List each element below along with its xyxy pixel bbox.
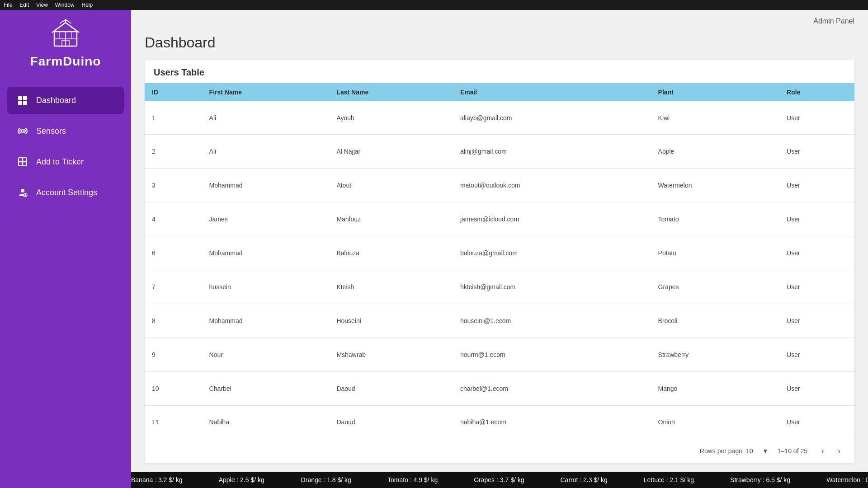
svg-point-16 bbox=[21, 189, 24, 192]
cell-plant: Kiwi bbox=[651, 101, 780, 135]
sidebar-item-account-settings[interactable]: Account Settings bbox=[7, 179, 124, 206]
cell-first: Ali bbox=[202, 135, 330, 169]
account-settings-icon bbox=[16, 186, 29, 199]
cell-plant: Strawberry bbox=[651, 338, 780, 371]
table-row[interactable]: 6MohammadBalouzabalouza@gmail.comPotatoU… bbox=[145, 236, 854, 270]
cell-plant: Potato bbox=[651, 236, 780, 270]
logo-text: FarmDuino bbox=[30, 54, 101, 69]
table-row[interactable]: 3MohammadAtoutmatout@outlook.comWatermel… bbox=[145, 169, 854, 202]
table-row[interactable]: 10CharbelDaoudcharbel@1.ecomMangoUser bbox=[145, 371, 854, 405]
cell-last: Ayoub bbox=[329, 101, 453, 135]
cell-plant: Mango bbox=[651, 371, 780, 405]
users-table: ID First Name Last Name Email Plant Role… bbox=[145, 83, 854, 439]
sidebar: FarmDuino Dashboard bbox=[0, 10, 131, 488]
pagination-nav: ‹ › bbox=[816, 445, 845, 457]
cell-first: Nabiha bbox=[202, 405, 330, 439]
rows-per-page: Rows per page 10 25 50 ▼ bbox=[700, 447, 769, 455]
sidebar-item-add-ticker[interactable]: Add to Ticker bbox=[7, 148, 124, 175]
cell-first: Mohammad bbox=[202, 169, 330, 202]
rows-per-page-label: Rows per page bbox=[700, 447, 742, 455]
ticker-item: Lettuce : 2.1 $/ kg bbox=[644, 476, 694, 483]
ticker-track: Banana : 3.2 $/ kgApple : 2.5 $/ kgOrang… bbox=[131, 476, 868, 483]
content-body: Dashboard Users Table ID First Name Last… bbox=[131, 25, 868, 472]
nav-items: Dashboard Sensors bbox=[0, 87, 131, 206]
ticker-item: Watermelon : 0.8 $/ kg bbox=[826, 476, 868, 483]
sidebar-label-add-ticker: Add to Ticker bbox=[36, 157, 84, 167]
next-page-button[interactable]: › bbox=[833, 445, 845, 457]
cell-first: James bbox=[202, 202, 330, 236]
cell-id: 9 bbox=[145, 338, 202, 371]
col-plant: Plant bbox=[651, 83, 780, 101]
sensors-icon bbox=[16, 125, 29, 137]
logo-area: FarmDuino bbox=[30, 19, 101, 69]
ticker-item: Grapes : 3.7 $/ kg bbox=[474, 476, 524, 483]
prev-page-button[interactable]: ‹ bbox=[816, 445, 829, 457]
cell-first: Ali bbox=[202, 101, 330, 135]
cell-id: 8 bbox=[145, 304, 202, 338]
cell-email: nabiha@1.ecom bbox=[453, 405, 651, 439]
cell-role: User bbox=[779, 202, 854, 236]
sidebar-item-dashboard[interactable]: Dashboard bbox=[7, 87, 124, 114]
cell-last: Atout bbox=[329, 169, 453, 202]
ticker-item: Carrot : 2.3 $/ kg bbox=[561, 476, 608, 483]
content-area: Admin Panel Dashboard Users Table ID Fir… bbox=[131, 10, 868, 488]
page-title: Dashboard bbox=[145, 34, 854, 51]
cell-id: 11 bbox=[145, 405, 202, 439]
col-role: Role bbox=[779, 83, 854, 101]
table-footer: Rows per page 10 25 50 ▼ 1–10 of 25 ‹ bbox=[145, 439, 854, 463]
cell-plant: Watermelon bbox=[651, 169, 780, 202]
menu-bar: File Edit View Window Help bbox=[0, 0, 868, 10]
cell-role: User bbox=[779, 405, 854, 439]
cell-plant: Apple bbox=[651, 135, 780, 169]
cell-last: Kteish bbox=[329, 270, 453, 304]
table-section: Users Table ID First Name Last Name Emai… bbox=[145, 60, 854, 463]
table-row[interactable]: 9NourMshawrabnourm@1.ecomStrawberryUser bbox=[145, 338, 854, 371]
cell-last: Al Najjar bbox=[329, 135, 453, 169]
ticker-item: Banana : 3.2 $/ kg bbox=[131, 476, 183, 483]
cell-role: User bbox=[779, 169, 854, 202]
menu-view[interactable]: View bbox=[36, 2, 48, 8]
cell-id: 3 bbox=[145, 169, 202, 202]
svg-rect-10 bbox=[18, 101, 22, 105]
table-row[interactable]: 1AliAyoubaliayb@gmail.comKiwiUser bbox=[145, 101, 854, 135]
cell-email: hkteish@gmail.com bbox=[453, 270, 651, 304]
cell-first: Charbel bbox=[202, 371, 330, 405]
cell-plant: Onion bbox=[651, 405, 780, 439]
cell-id: 10 bbox=[145, 371, 202, 405]
rows-select-wrapper[interactable]: 10 25 50 ▼ bbox=[746, 447, 769, 455]
menu-file[interactable]: File bbox=[4, 2, 12, 8]
menu-edit[interactable]: Edit bbox=[19, 2, 29, 8]
logo-icon bbox=[50, 19, 81, 51]
table-row[interactable]: 7husseinKteishhkteish@gmail.comGrapesUse… bbox=[145, 270, 854, 304]
cell-first: hussein bbox=[202, 270, 330, 304]
table-row[interactable]: 4JamesMahfouzjamesm@icloud.comTomatoUser bbox=[145, 202, 854, 236]
pagination-info: 1–10 of 25 bbox=[778, 447, 807, 455]
sidebar-item-sensors[interactable]: Sensors bbox=[7, 117, 124, 145]
menu-help[interactable]: Help bbox=[82, 2, 93, 8]
cell-id: 7 bbox=[145, 270, 202, 304]
cell-role: User bbox=[779, 135, 854, 169]
cell-last: Houseini bbox=[329, 304, 453, 338]
menu-window[interactable]: Window bbox=[55, 2, 75, 8]
table-row[interactable]: 11NabihaDaoudnabiha@1.ecomOnionUser bbox=[145, 405, 854, 439]
cell-role: User bbox=[779, 101, 854, 135]
cell-role: User bbox=[779, 270, 854, 304]
add-ticker-icon bbox=[16, 155, 29, 168]
cell-email: houseini@1.ecom bbox=[453, 304, 651, 338]
cell-email: matout@outlook.com bbox=[453, 169, 651, 202]
rows-per-page-select[interactable]: 10 25 50 bbox=[746, 447, 760, 455]
ticker: Banana : 3.2 $/ kgApple : 2.5 $/ kgOrang… bbox=[131, 472, 868, 488]
table-title: Users Table bbox=[145, 60, 854, 83]
table-row[interactable]: 8MohammadHouseinihouseini@1.ecomBrocoliU… bbox=[145, 304, 854, 338]
cell-last: Daoud bbox=[329, 371, 453, 405]
cell-plant: Tomato bbox=[651, 202, 780, 236]
dashboard-icon bbox=[16, 94, 29, 107]
cell-first: Nour bbox=[202, 338, 330, 371]
sidebar-label-dashboard: Dashboard bbox=[36, 96, 76, 105]
table-row[interactable]: 2AliAl Najjaralinj@gmail.comAppleUser bbox=[145, 135, 854, 169]
cell-email: jamesm@icloud.com bbox=[453, 202, 651, 236]
cell-last: Daoud bbox=[329, 405, 453, 439]
ticker-item: Orange : 1.8 $/ kg bbox=[301, 476, 351, 483]
cell-id: 4 bbox=[145, 202, 202, 236]
table-header-row: ID First Name Last Name Email Plant Role bbox=[145, 83, 854, 101]
